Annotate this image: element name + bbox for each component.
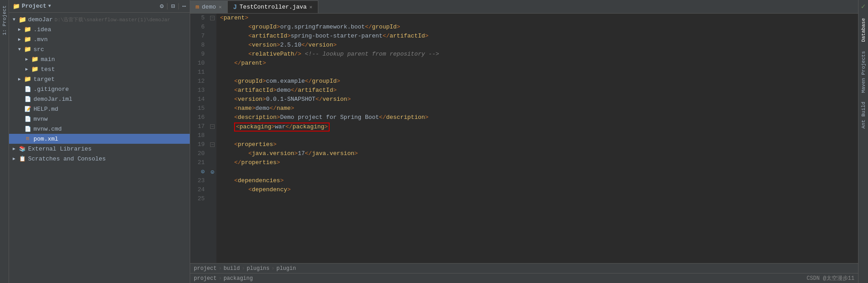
fold-marker-19[interactable]: − bbox=[210, 142, 215, 147]
line-numbers: 5 6 7 8 9 10 11 12 13 14 15 16 17 18 19 … bbox=[190, 14, 208, 263]
gutter-arrow-24: ⊙ bbox=[211, 168, 214, 176]
breadcrumb2-item-2[interactable]: packaging bbox=[224, 275, 253, 282]
file-icon-pom: m bbox=[26, 136, 29, 142]
tree-label-mvnwcmd: mvnw.cmd bbox=[34, 126, 62, 132]
lib-icon: 📚 bbox=[19, 146, 26, 152]
tree-item-test[interactable]: ▶ 📁 test bbox=[9, 64, 190, 74]
scratch-icon: 📋 bbox=[19, 156, 26, 162]
breadcrumb-item-1[interactable]: project bbox=[194, 265, 216, 272]
breadcrumb-item-4[interactable]: plugin bbox=[276, 265, 296, 272]
collapse-icon[interactable]: ⊟ bbox=[171, 2, 175, 10]
breadcrumb-item-3[interactable]: plugins bbox=[247, 265, 269, 272]
tree-label-mvnw: mvnw bbox=[34, 116, 48, 123]
tree-label-target: target bbox=[34, 76, 55, 83]
folder-icon-root: 📁 bbox=[19, 16, 26, 24]
breadcrumb-item-2[interactable]: build bbox=[224, 265, 240, 272]
tree-path-demojar: D:\迅雷下载\snakerflow-master(1)\demoJar bbox=[55, 16, 170, 23]
tree-item-scratches[interactable]: ▶ 📋 Scratches and Consoles bbox=[9, 154, 190, 164]
divider2: | bbox=[177, 3, 180, 10]
tree-item-demojar[interactable]: ▼ 📁 demoJar D:\迅雷下载\snakerflow-master(1)… bbox=[9, 14, 190, 24]
editor-main: 5 6 7 8 9 10 11 12 13 14 15 16 17 18 19 … bbox=[190, 14, 858, 263]
right-panel: ✓ Database Maven Projects Ant Build bbox=[858, 0, 868, 283]
code-line-25 bbox=[220, 194, 854, 203]
code-editor[interactable]: <parent> <groupId>org.springframework.bo… bbox=[216, 14, 858, 263]
tree-item-src[interactable]: ▼ 📁 src bbox=[9, 44, 190, 54]
folder-icon-test: 📁 bbox=[31, 66, 38, 73]
code-line-14: <version>0.0.1-SNAPSHOT</version> bbox=[220, 95, 854, 104]
tree-item-main[interactable]: ▶ 📁 main bbox=[9, 54, 190, 64]
tree-item-idea[interactable]: ▶ 📁 .idea bbox=[9, 24, 190, 34]
code-line-23: <dependencies> bbox=[220, 176, 854, 185]
tree-label-helpmd: HELP.md bbox=[34, 106, 58, 113]
project-label: Project bbox=[22, 3, 47, 9]
editor-gutter: − − − ⊙ bbox=[208, 14, 216, 263]
tree-item-pom[interactable]: ▶ m pom.xml bbox=[9, 134, 190, 144]
tree-label-idea: .idea bbox=[34, 26, 51, 33]
code-line-6: <groupId>org.springframework.boot</group… bbox=[220, 23, 854, 32]
code-line-18 bbox=[220, 131, 854, 140]
tab-testcontroller[interactable]: J TestController.java ✕ bbox=[228, 0, 318, 13]
code-line-21: </properties> bbox=[220, 158, 854, 167]
project-sidebar: 📁 Project ▼ ⚙ | ⊟ | ⋯ ▼ 📁 demoJar D:\迅雷下… bbox=[9, 0, 190, 283]
tab-demo-icon: m bbox=[196, 4, 199, 10]
editor-tab-bar: m demo ✕ J TestController.java ✕ bbox=[190, 0, 858, 14]
tab-testcontroller-close[interactable]: ✕ bbox=[309, 4, 312, 10]
code-line-20: <java.version>17</java.version> bbox=[220, 149, 854, 158]
right-tab-database[interactable]: Database bbox=[860, 14, 867, 46]
code-line-5: <parent> bbox=[220, 14, 854, 23]
tree-label-gitignore: .gitignore bbox=[34, 86, 69, 93]
tree-label-scratches: Scratches and Consoles bbox=[28, 156, 106, 162]
breadcrumb-sep-2: › bbox=[242, 265, 245, 272]
code-line-15: <name>demo</name> bbox=[220, 104, 854, 113]
tree-item-mvn[interactable]: ▶ 📁 .mvn bbox=[9, 34, 190, 44]
tree-label-main: main bbox=[41, 56, 55, 63]
tree-item-mvnw[interactable]: ▶ 📄 mvnw bbox=[9, 114, 190, 124]
tree-item-gitignore[interactable]: ▶ 📄 .gitignore bbox=[9, 84, 190, 94]
tab-demo[interactable]: m demo ✕ bbox=[190, 0, 228, 13]
breadcrumb2-sep-1: › bbox=[218, 275, 221, 282]
code-line-11 bbox=[220, 68, 854, 77]
file-icon-help: 📝 bbox=[24, 106, 31, 113]
tab-demo-label: demo bbox=[202, 4, 216, 10]
file-icon-gitignore: 📄 bbox=[24, 86, 31, 93]
dots-icon[interactable]: ⋯ bbox=[182, 2, 186, 10]
sidebar-toolbar: ⚙ | ⊟ | ⋯ bbox=[160, 2, 186, 10]
folder-icon-mvn: 📁 bbox=[24, 36, 31, 43]
sidebar-title: 📁 Project ▼ bbox=[13, 3, 51, 10]
code-line-22 bbox=[220, 167, 854, 176]
fold-marker-5[interactable]: − bbox=[210, 16, 215, 20]
tree-label-mvn: .mvn bbox=[34, 36, 48, 43]
tree-item-target[interactable]: ▶ 📁 target bbox=[9, 74, 190, 84]
dropdown-icon[interactable]: ▼ bbox=[48, 4, 51, 9]
project-tree: ▼ 📁 demoJar D:\迅雷下载\snakerflow-master(1)… bbox=[9, 13, 190, 283]
breadcrumb-bar-2: project › packaging CSDN @太空漫步11 bbox=[190, 273, 858, 283]
code-line-9: <relativePath/> <!-- lookup parent from … bbox=[220, 50, 854, 59]
tree-label-pom: pom.xml bbox=[34, 136, 58, 142]
folder-icon-src: 📁 bbox=[24, 46, 31, 53]
tree-item-mvnwcmd[interactable]: ▶ 📄 mvnw.cmd bbox=[9, 124, 190, 134]
breadcrumb2-item-1[interactable]: project bbox=[194, 275, 216, 282]
fold-marker-17[interactable]: − bbox=[210, 124, 215, 129]
tree-label-src: src bbox=[34, 46, 44, 53]
divider: | bbox=[165, 3, 169, 10]
tree-label-iml: demoJar.iml bbox=[34, 96, 72, 103]
project-panel-tab[interactable]: 1: Project bbox=[1, 2, 8, 39]
settings-icon[interactable]: ⚙ bbox=[160, 2, 163, 10]
code-line-7: <artifactId>spring-boot-starter-parent</… bbox=[220, 32, 854, 41]
tree-item-helpmd[interactable]: ▶ 📝 HELP.md bbox=[9, 104, 190, 114]
tree-label-demojar: demoJar bbox=[28, 16, 53, 23]
file-icon-iml: 📄 bbox=[24, 96, 31, 103]
csdn-watermark: CSDN @太空漫步11 bbox=[806, 274, 854, 282]
right-tab-ant[interactable]: Ant Build bbox=[860, 98, 867, 132]
file-icon-mvnwcmd: 📄 bbox=[24, 126, 31, 132]
folder-icon-target: 📁 bbox=[24, 75, 31, 83]
tab-demo-close[interactable]: ✕ bbox=[219, 4, 222, 10]
right-tab-maven[interactable]: Maven Projects bbox=[860, 47, 867, 96]
editor-area: m demo ✕ J TestController.java ✕ 5 6 7 8… bbox=[190, 0, 858, 283]
tree-item-extlibs[interactable]: ▶ 📚 External Libraries bbox=[9, 144, 190, 154]
folder-icon-main: 📁 bbox=[31, 56, 38, 63]
project-icon: 📁 bbox=[13, 3, 20, 10]
code-line-13: <artifactId>demo</artifactId> bbox=[220, 86, 854, 95]
sidebar-header: 📁 Project ▼ ⚙ | ⊟ | ⋯ bbox=[9, 0, 190, 13]
tree-item-iml[interactable]: ▶ 📄 demoJar.iml bbox=[9, 94, 190, 104]
